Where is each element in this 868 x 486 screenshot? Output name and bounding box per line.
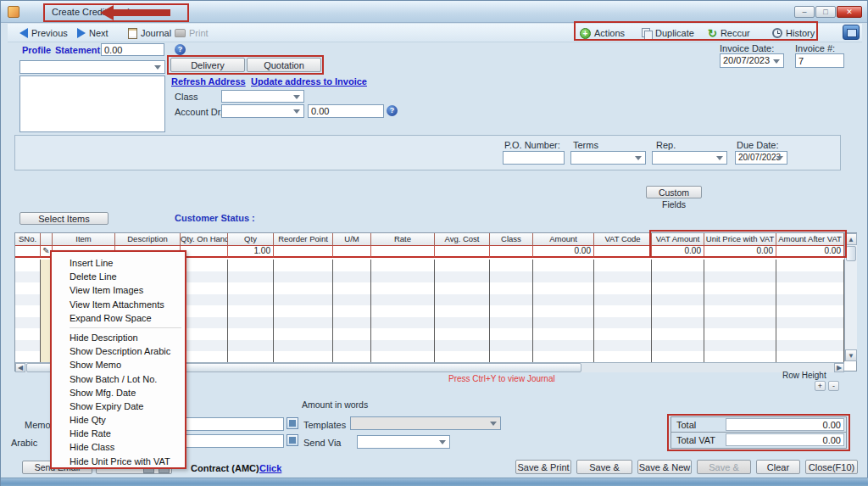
menu-item-hide-description[interactable]: Hide Description: [52, 331, 185, 344]
grid-column-header-amount-after-vat[interactable]: Amount After VAT: [776, 233, 844, 246]
grid-empty-cell[interactable]: [333, 351, 371, 363]
grid-empty-cell[interactable]: [435, 271, 490, 283]
next-button[interactable]: Next: [77, 25, 108, 41]
save-print-button[interactable]: Save & Print: [515, 460, 571, 474]
grid-cell-class[interactable]: [490, 246, 533, 258]
grid-empty-cell[interactable]: [652, 294, 704, 306]
row-height-decrease-button[interactable]: -: [828, 381, 839, 391]
save-close-button[interactable]: Save & Close: [576, 460, 632, 474]
duplicate-button[interactable]: Duplicate: [642, 25, 694, 41]
customer-combo[interactable]: [19, 60, 165, 74]
grid-column-header-avg-cost[interactable]: Avg. Cost: [435, 233, 490, 246]
grid-empty-cell[interactable]: [704, 271, 776, 283]
grid-column-header-vat-code[interactable]: VAT Code: [594, 233, 652, 246]
maximize-button[interactable]: □: [815, 6, 836, 18]
contract-click-link[interactable]: Click: [259, 463, 281, 473]
grid-empty-cell[interactable]: [228, 340, 274, 352]
menu-item-hide-rate[interactable]: Hide Rate: [52, 427, 185, 440]
grid-empty-cell[interactable]: [228, 317, 274, 329]
grid-empty-cell[interactable]: [274, 328, 333, 340]
grid-column-header-rate[interactable]: Rate: [371, 233, 435, 246]
row-height-increase-button[interactable]: +: [815, 381, 826, 391]
grid-empty-cell[interactable]: [490, 340, 533, 352]
grid-empty-cell[interactable]: [333, 340, 371, 352]
grid-cell-rate[interactable]: [371, 246, 435, 258]
grid-empty-cell[interactable]: [371, 294, 435, 306]
grid-empty-cell[interactable]: [594, 328, 652, 340]
scroll-left-icon[interactable]: ◀: [15, 363, 25, 372]
account-dr-combo[interactable]: [221, 104, 304, 118]
grid-empty-cell[interactable]: [181, 260, 228, 271]
grid-empty-cell[interactable]: [371, 328, 435, 340]
grid-empty-cell[interactable]: [435, 294, 490, 306]
menu-item-hide-class[interactable]: Hide Class: [52, 440, 185, 454]
grid-empty-cell[interactable]: [228, 282, 274, 294]
grid-empty-cell[interactable]: [15, 294, 41, 306]
grid-empty-cell[interactable]: [594, 294, 652, 306]
previous-button[interactable]: Previous: [19, 25, 68, 41]
grid-empty-cell[interactable]: [181, 271, 228, 283]
grid-empty-cell[interactable]: [652, 340, 704, 352]
grid-empty-cell[interactable]: [594, 271, 652, 283]
grid-empty-cell[interactable]: [594, 351, 652, 363]
grid-empty-cell[interactable]: [15, 340, 41, 352]
menu-item-insert-line[interactable]: Insert Line: [52, 256, 185, 270]
grid-empty-cell[interactable]: [704, 260, 776, 271]
grid-empty-cell[interactable]: [594, 282, 652, 294]
minimize-button[interactable]: –: [794, 6, 815, 18]
grid-cell-u-m[interactable]: [333, 246, 371, 258]
grid-empty-cell[interactable]: [490, 317, 533, 329]
grid-empty-cell[interactable]: [274, 271, 333, 283]
menu-item-hide-unit-price-with-vat[interactable]: Hide Unit Price with VAT: [52, 455, 185, 468]
grid-column-header-qty[interactable]: Qty: [228, 233, 274, 246]
statement-value-field[interactable]: [101, 43, 164, 56]
grid-empty-cell[interactable]: [228, 351, 274, 363]
terms-combo[interactable]: [570, 151, 646, 165]
grid-cell-qty[interactable]: 1.00: [228, 246, 274, 258]
grid-empty-cell[interactable]: [490, 328, 533, 340]
grid-column-header-unit-price-with-vat[interactable]: Unit Price with VAT: [704, 233, 776, 246]
grid-empty-cell[interactable]: [333, 294, 371, 306]
grid-empty-cell[interactable]: [533, 294, 594, 306]
grid-empty-cell[interactable]: [435, 328, 490, 340]
grid-cell-amount[interactable]: 0.00: [533, 246, 594, 258]
scroll-down-icon[interactable]: ▼: [845, 349, 857, 361]
menu-item-hide-qty[interactable]: Hide Qty: [52, 413, 185, 427]
grid-empty-cell[interactable]: [181, 282, 228, 294]
send-via-combo[interactable]: [357, 435, 450, 449]
invoice-number-field[interactable]: [795, 53, 844, 68]
grid-empty-cell[interactable]: [333, 260, 371, 271]
grid-column-header-item[interactable]: Item: [53, 233, 115, 246]
menu-item-view-item-images[interactable]: View Item Images: [52, 283, 185, 297]
grid-empty-cell[interactable]: [15, 351, 41, 363]
vertical-scroll-thumb[interactable]: [846, 246, 856, 261]
help-icon-account-dr[interactable]: ?: [387, 105, 398, 116]
close-button[interactable]: ✕: [837, 6, 862, 18]
grid-empty-cell[interactable]: [371, 351, 435, 363]
grid-empty-cell[interactable]: [490, 271, 533, 283]
statement-link[interactable]: Statement: [55, 45, 100, 55]
grid-empty-cell[interactable]: [371, 305, 435, 317]
history-button[interactable]: History: [772, 25, 815, 41]
grid-empty-cell[interactable]: [533, 340, 594, 352]
due-date-field[interactable]: 20/07/2023: [735, 151, 787, 165]
grid-column-header-class[interactable]: Class: [490, 233, 533, 246]
grid-empty-cell[interactable]: [652, 328, 704, 340]
grid-empty-cell[interactable]: [490, 260, 533, 271]
grid-empty-cell[interactable]: [776, 260, 844, 271]
address-textarea[interactable]: [19, 75, 165, 132]
grid-empty-cell[interactable]: [704, 282, 776, 294]
save-new-button[interactable]: Save & New: [637, 460, 692, 474]
grid-cell-vat-amount[interactable]: 0.00: [652, 246, 704, 258]
grid-empty-cell[interactable]: [704, 317, 776, 329]
grid-empty-cell[interactable]: [776, 294, 844, 306]
grid-empty-cell[interactable]: [274, 351, 333, 363]
grid-column-header-reorder-point[interactable]: Reorder Point: [274, 233, 333, 246]
grid-empty-cell[interactable]: [371, 271, 435, 283]
grid-empty-cell[interactable]: [435, 317, 490, 329]
menu-item-show-description-arabic[interactable]: Show Description Arabic: [52, 344, 185, 358]
grid-empty-cell[interactable]: [776, 317, 844, 329]
grid-empty-cell[interactable]: [435, 282, 490, 294]
grid-empty-cell[interactable]: [776, 271, 844, 283]
grid-empty-cell[interactable]: [181, 351, 228, 363]
